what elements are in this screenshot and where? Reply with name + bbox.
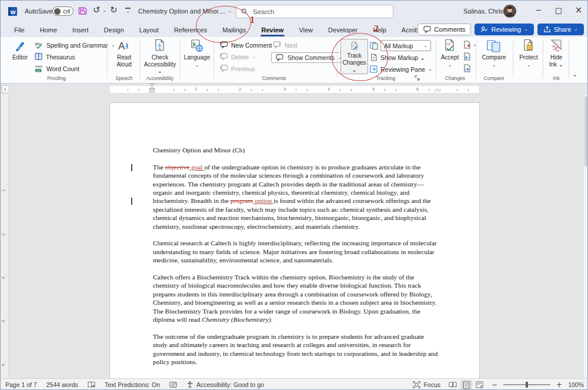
search-icon: [241, 8, 248, 15]
paragraph-3: Caltech offers a Biochemistry Track with…: [153, 273, 439, 324]
track-changes-button[interactable]: TrackChanges ⌄: [340, 39, 368, 74]
next-change-button[interactable]: [463, 64, 471, 72]
indent-marker-right[interactable]: [434, 88, 440, 92]
delete-comment-button[interactable]: Delete⌄: [219, 53, 256, 61]
tab-design[interactable]: Design: [96, 24, 132, 36]
tab-review[interactable]: Review: [254, 24, 292, 36]
document-page[interactable]: Chemistry Option and Minor (Ch) The obje…: [109, 102, 480, 378]
document-area: 1 2 3 4 5 Chemistry Option and Minor (Ch…: [1, 95, 588, 378]
language-chevron-icon: ⌄: [195, 62, 199, 68]
tab-insert[interactable]: Insert: [65, 24, 96, 36]
word-count-indicator[interactable]: 2544 words: [46, 381, 78, 388]
avatar[interactable]: [503, 5, 516, 18]
reviewing-pane-icon: [370, 65, 377, 73]
next-comment-button[interactable]: Next: [273, 41, 298, 49]
focus-button[interactable]: Focus: [413, 381, 440, 388]
accessibility-icon: [153, 39, 167, 53]
new-comment-button[interactable]: New Comment: [219, 41, 272, 49]
reviewing-chevron-icon: ⌄: [524, 27, 528, 32]
thesaurus-icon: [35, 53, 43, 61]
zoom-out-button[interactable]: −: [492, 381, 497, 388]
change-bar: [131, 164, 132, 171]
show-markup-button[interactable]: Show Markup ⌄: [370, 54, 425, 61]
previous-change-button[interactable]: [463, 52, 471, 61]
account-name[interactable]: Salinas, Christy: [463, 8, 508, 15]
comment-icon: [423, 26, 431, 33]
text-predictions-indicator[interactable]: Text Predictions: On: [105, 381, 160, 388]
web-layout-button[interactable]: [473, 380, 486, 389]
tab-mailings[interactable]: Mailings: [215, 24, 253, 36]
zoom-level[interactable]: 100%: [568, 381, 584, 388]
previous-comment-button[interactable]: Previous: [219, 65, 255, 72]
focus-icon: [413, 381, 420, 388]
reviewing-pane-button[interactable]: Reviewing Pane⌄: [370, 65, 432, 73]
tab-stop-selector[interactable]: L: [2, 85, 9, 93]
share-button[interactable]: Share⌄: [537, 24, 584, 35]
show-comments-button[interactable]: Show Comments⌄: [271, 52, 347, 63]
maximize-button[interactable]: □: [549, 1, 569, 19]
protect-chevron-icon: ⌄: [527, 62, 531, 68]
ruler-row: L 1 2 3 4 5 6: [1, 84, 588, 95]
recording-status-icon[interactable]: [169, 381, 177, 388]
collapse-ribbon-icon[interactable]: ⌄: [572, 71, 577, 78]
track-changes-icon: [348, 42, 361, 51]
accept-button[interactable]: Accept⌄: [438, 39, 462, 68]
minimize-button[interactable]: ─: [529, 1, 549, 19]
zoom-slider[interactable]: [503, 384, 550, 385]
tab-help[interactable]: Help: [365, 24, 394, 36]
status-bar: Page 1 of 7 2544 words Text Predictions:…: [1, 378, 588, 390]
tab-view[interactable]: View: [291, 24, 320, 36]
accept-chevron-icon: ⌄: [448, 62, 452, 68]
protect-button[interactable]: Protect⌄: [516, 39, 542, 68]
word-count-button[interactable]: 123 Word Count: [35, 65, 79, 72]
thesaurus-button[interactable]: Thesaurus: [35, 53, 75, 61]
proofing-status-icon[interactable]: [88, 381, 95, 388]
scrollbar-thumb[interactable]: [584, 96, 587, 166]
hide-ink-button[interactable]: HideInk ⌄: [545, 39, 567, 68]
accept-icon: [443, 39, 457, 53]
compare-button[interactable]: Compare⌄: [479, 39, 509, 68]
reject-change-button[interactable]: ⌄: [463, 41, 477, 49]
tab-home[interactable]: Home: [32, 24, 65, 36]
tab-layout[interactable]: Layout: [132, 24, 166, 36]
undo-button[interactable]: ↺⌄: [93, 6, 106, 15]
ruler-number: 2: [239, 86, 241, 92]
protect-icon: [522, 39, 536, 53]
read-mode-button[interactable]: [446, 380, 459, 389]
document-text: Chemistry Option and Minor (Ch) The obje…: [153, 146, 439, 366]
indent-marker-left[interactable]: [149, 84, 155, 93]
tab-references[interactable]: References: [166, 24, 215, 36]
markup-dropdown[interactable]: All Markup⌄: [380, 40, 431, 51]
paragraph-2: Chemical research at Caltech is highly i…: [153, 239, 439, 264]
tab-developer[interactable]: Developer: [320, 24, 365, 36]
markup-chevron-icon: ⌄: [423, 44, 427, 48]
tab-file[interactable]: File: [6, 24, 32, 36]
comments-button[interactable]: Comments: [417, 24, 471, 35]
ruler-number: 4: [1, 320, 6, 322]
document-title[interactable]: Chemistry Option and Minor....⌄: [138, 8, 232, 15]
quick-access-menu-icon[interactable]: ⌄: [125, 8, 131, 14]
tracking-dialog-launcher-icon[interactable]: [415, 75, 420, 81]
search-input[interactable]: Search: [236, 5, 393, 18]
language-button[interactable]: Language⌄: [183, 39, 211, 68]
read-aloud-button[interactable]: A Read Aloud: [111, 39, 137, 68]
autosave-toggle[interactable]: Off: [52, 6, 74, 16]
word-logo-icon: W: [8, 6, 18, 16]
spelling-grammar-button[interactable]: abc Spelling and Grammar⌄: [35, 41, 115, 49]
vertical-ruler[interactable]: 1 2 3 4 5: [1, 95, 9, 378]
print-layout-button[interactable]: [460, 380, 472, 390]
reviewing-button[interactable]: Reviewing⌄: [475, 24, 533, 35]
proofing-group-label: Proofing: [24, 75, 89, 81]
check-accessibility-button[interactable]: Check Accessibility ⌄: [143, 39, 177, 75]
save-icon[interactable]: [78, 6, 88, 16]
redo-button[interactable]: ↻: [110, 6, 118, 15]
close-button[interactable]: ×: [569, 1, 588, 19]
vertical-scrollbar[interactable]: [584, 95, 588, 378]
inserted-text: goal: [189, 164, 204, 171]
accessibility-indicator[interactable]: Accessibility: Good to go: [186, 381, 264, 388]
zoom-slider-thumb[interactable]: [526, 382, 528, 388]
horizontal-ruler[interactable]: 1 2 3 4 5 6: [109, 85, 480, 94]
page-indicator[interactable]: Page 1 of 7: [5, 381, 37, 388]
editor-button[interactable]: Editor: [9, 39, 31, 61]
zoom-in-button[interactable]: +: [556, 381, 562, 388]
